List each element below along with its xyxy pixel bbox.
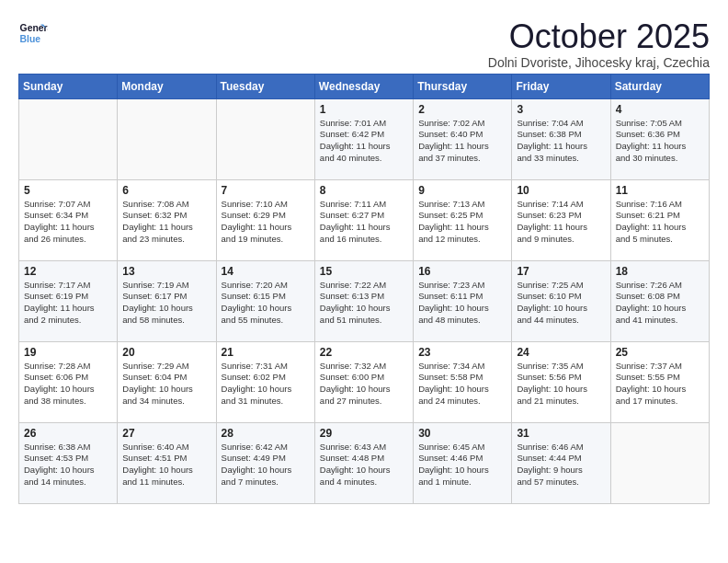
location: Dolni Dvoriste, Jihocesky kraj, Czechia — [488, 55, 710, 70]
day-info: Sunrise: 7:10 AM Sunset: 6:29 PM Dayligh… — [222, 199, 310, 246]
table-row: 13Sunrise: 7:19 AM Sunset: 6:17 PM Dayli… — [118, 260, 216, 341]
weekday-thursday: Thursday — [414, 74, 512, 98]
table-row: 14Sunrise: 7:20 AM Sunset: 6:15 PM Dayli… — [216, 260, 314, 341]
day-info: Sunrise: 6:38 AM Sunset: 4:53 PM Dayligh… — [24, 442, 112, 488]
day-number: 30 — [418, 427, 506, 440]
table-row: 12Sunrise: 7:17 AM Sunset: 6:19 PM Dayli… — [19, 260, 118, 341]
table-row: 27Sunrise: 6:40 AM Sunset: 4:51 PM Dayli… — [118, 422, 216, 503]
table-row — [118, 98, 216, 179]
day-info: Sunrise: 7:13 AM Sunset: 6:25 PM Dayligh… — [418, 199, 506, 246]
logo: General Blue — [18, 18, 48, 48]
day-info: Sunrise: 7:31 AM Sunset: 6:02 PM Dayligh… — [222, 361, 310, 408]
table-row: 30Sunrise: 6:45 AM Sunset: 4:46 PM Dayli… — [414, 422, 512, 503]
day-number: 31 — [517, 427, 605, 440]
day-info: Sunrise: 6:43 AM Sunset: 4:48 PM Dayligh… — [320, 442, 408, 488]
table-row: 18Sunrise: 7:26 AM Sunset: 6:08 PM Dayli… — [610, 260, 709, 341]
table-row: 10Sunrise: 7:14 AM Sunset: 6:23 PM Dayli… — [512, 179, 610, 260]
table-row — [19, 98, 118, 179]
weekday-saturday: Saturday — [610, 74, 709, 98]
table-row: 15Sunrise: 7:22 AM Sunset: 6:13 PM Dayli… — [314, 260, 413, 341]
day-number: 10 — [517, 184, 605, 197]
table-row: 19Sunrise: 7:28 AM Sunset: 6:06 PM Dayli… — [19, 341, 118, 422]
day-info: Sunrise: 7:14 AM Sunset: 6:23 PM Dayligh… — [517, 199, 605, 246]
day-info: Sunrise: 6:42 AM Sunset: 4:49 PM Dayligh… — [222, 442, 310, 488]
day-number: 25 — [616, 346, 704, 359]
day-info: Sunrise: 7:07 AM Sunset: 6:34 PM Dayligh… — [24, 199, 112, 246]
table-row: 3Sunrise: 7:04 AM Sunset: 6:38 PM Daylig… — [512, 98, 610, 179]
day-number: 15 — [320, 265, 408, 278]
calendar-table: Sunday Monday Tuesday Wednesday Thursday… — [18, 74, 710, 504]
day-number: 14 — [222, 265, 310, 278]
day-number: 13 — [122, 265, 210, 278]
table-row: 2Sunrise: 7:02 AM Sunset: 6:40 PM Daylig… — [414, 98, 512, 179]
day-number: 17 — [517, 265, 605, 278]
month-title: October 2025 — [488, 18, 710, 55]
day-info: Sunrise: 7:26 AM Sunset: 6:08 PM Dayligh… — [616, 280, 704, 327]
table-row: 1Sunrise: 7:01 AM Sunset: 6:42 PM Daylig… — [314, 98, 413, 179]
table-row: 31Sunrise: 6:46 AM Sunset: 4:44 PM Dayli… — [512, 422, 610, 503]
table-row: 23Sunrise: 7:34 AM Sunset: 5:58 PM Dayli… — [414, 341, 512, 422]
day-info: Sunrise: 6:45 AM Sunset: 4:46 PM Dayligh… — [418, 442, 506, 488]
calendar-week-5: 26Sunrise: 6:38 AM Sunset: 4:53 PM Dayli… — [19, 422, 710, 503]
table-row: 5Sunrise: 7:07 AM Sunset: 6:34 PM Daylig… — [19, 179, 118, 260]
day-info: Sunrise: 7:19 AM Sunset: 6:17 PM Dayligh… — [122, 280, 210, 327]
day-number: 23 — [418, 346, 506, 359]
day-info: Sunrise: 7:29 AM Sunset: 6:04 PM Dayligh… — [122, 361, 210, 408]
day-info: Sunrise: 7:37 AM Sunset: 5:55 PM Dayligh… — [616, 361, 704, 408]
title-block: October 2025 Dolni Dvoriste, Jihocesky k… — [488, 18, 710, 70]
day-info: Sunrise: 7:25 AM Sunset: 6:10 PM Dayligh… — [517, 280, 605, 327]
day-number: 11 — [616, 184, 704, 197]
day-info: Sunrise: 7:28 AM Sunset: 6:06 PM Dayligh… — [24, 361, 112, 408]
weekday-wednesday: Wednesday — [314, 74, 413, 98]
day-number: 22 — [320, 346, 408, 359]
day-info: Sunrise: 7:20 AM Sunset: 6:15 PM Dayligh… — [222, 280, 310, 327]
day-number: 21 — [222, 346, 310, 359]
table-row: 20Sunrise: 7:29 AM Sunset: 6:04 PM Dayli… — [118, 341, 216, 422]
table-row: 29Sunrise: 6:43 AM Sunset: 4:48 PM Dayli… — [314, 422, 413, 503]
day-info: Sunrise: 7:01 AM Sunset: 6:42 PM Dayligh… — [320, 118, 408, 165]
day-number: 26 — [24, 427, 112, 440]
calendar-week-1: 1Sunrise: 7:01 AM Sunset: 6:42 PM Daylig… — [19, 98, 710, 179]
table-row: 28Sunrise: 6:42 AM Sunset: 4:49 PM Dayli… — [216, 422, 314, 503]
table-row: 4Sunrise: 7:05 AM Sunset: 6:36 PM Daylig… — [610, 98, 709, 179]
day-info: Sunrise: 7:05 AM Sunset: 6:36 PM Dayligh… — [616, 118, 704, 165]
day-info: Sunrise: 7:16 AM Sunset: 6:21 PM Dayligh… — [616, 199, 704, 246]
table-row: 22Sunrise: 7:32 AM Sunset: 6:00 PM Dayli… — [314, 341, 413, 422]
day-info: Sunrise: 7:17 AM Sunset: 6:19 PM Dayligh… — [24, 280, 112, 327]
day-info: Sunrise: 7:22 AM Sunset: 6:13 PM Dayligh… — [320, 280, 408, 327]
table-row: 25Sunrise: 7:37 AM Sunset: 5:55 PM Dayli… — [610, 341, 709, 422]
table-row: 26Sunrise: 6:38 AM Sunset: 4:53 PM Dayli… — [19, 422, 118, 503]
day-info: Sunrise: 7:11 AM Sunset: 6:27 PM Dayligh… — [320, 199, 408, 246]
weekday-friday: Friday — [512, 74, 610, 98]
calendar-week-2: 5Sunrise: 7:07 AM Sunset: 6:34 PM Daylig… — [19, 179, 710, 260]
day-info: Sunrise: 7:32 AM Sunset: 6:00 PM Dayligh… — [320, 361, 408, 408]
table-row: 24Sunrise: 7:35 AM Sunset: 5:56 PM Dayli… — [512, 341, 610, 422]
day-number: 6 — [122, 184, 210, 197]
weekday-monday: Monday — [118, 74, 216, 98]
day-number: 4 — [616, 103, 704, 116]
day-number: 16 — [418, 265, 506, 278]
day-number: 8 — [320, 184, 408, 197]
calendar-week-4: 19Sunrise: 7:28 AM Sunset: 6:06 PM Dayli… — [19, 341, 710, 422]
table-row: 11Sunrise: 7:16 AM Sunset: 6:21 PM Dayli… — [610, 179, 709, 260]
page-header: General Blue October 2025 Dolni Dvoriste… — [18, 18, 710, 70]
weekday-tuesday: Tuesday — [216, 74, 314, 98]
day-number: 9 — [418, 184, 506, 197]
day-number: 29 — [320, 427, 408, 440]
day-number: 27 — [122, 427, 210, 440]
weekday-sunday: Sunday — [19, 74, 118, 98]
day-number: 28 — [222, 427, 310, 440]
day-info: Sunrise: 7:04 AM Sunset: 6:38 PM Dayligh… — [517, 118, 605, 165]
day-info: Sunrise: 7:23 AM Sunset: 6:11 PM Dayligh… — [418, 280, 506, 327]
table-row: 21Sunrise: 7:31 AM Sunset: 6:02 PM Dayli… — [216, 341, 314, 422]
day-info: Sunrise: 7:08 AM Sunset: 6:32 PM Dayligh… — [122, 199, 210, 246]
day-info: Sunrise: 7:34 AM Sunset: 5:58 PM Dayligh… — [418, 361, 506, 408]
day-number: 19 — [24, 346, 112, 359]
day-number: 3 — [517, 103, 605, 116]
calendar-week-3: 12Sunrise: 7:17 AM Sunset: 6:19 PM Dayli… — [19, 260, 710, 341]
table-row: 6Sunrise: 7:08 AM Sunset: 6:32 PM Daylig… — [118, 179, 216, 260]
table-row — [610, 422, 709, 503]
day-number: 5 — [24, 184, 112, 197]
logo-icon: General Blue — [18, 18, 48, 48]
day-number: 24 — [517, 346, 605, 359]
